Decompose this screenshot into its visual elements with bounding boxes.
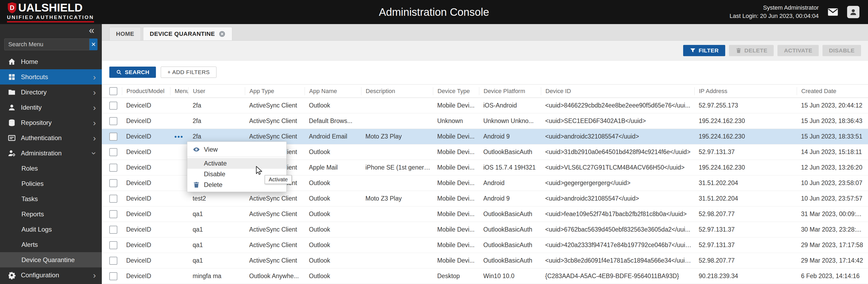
sidebar-item-roles[interactable]: Roles: [0, 161, 102, 176]
cell-product-model: DeviceID: [122, 102, 170, 109]
sidebar-item-identity[interactable]: Identity›: [0, 100, 102, 115]
select-all-checkbox[interactable]: [109, 87, 117, 95]
cell-app-name: Outlook: [305, 257, 361, 264]
column-header-ip-address[interactable]: IP Address: [694, 87, 797, 95]
user-avatar-icon[interactable]: [847, 6, 860, 18]
sidebar-item-tasks[interactable]: Tasks: [0, 191, 102, 207]
person-gear-icon: [7, 149, 16, 157]
sidebar-item-configuration[interactable]: Configuration›: [0, 268, 102, 283]
folder-icon: [7, 88, 16, 97]
chevron-right-icon: ›: [93, 118, 96, 127]
cell-device-platform: OutlookBasicAuth: [479, 257, 541, 264]
tab-device-quarantine[interactable]: DEVICE QUARANTINE: [143, 27, 232, 40]
table-row[interactable]: DeviceIDqa1ActiveSync ClientOutlookMobil…: [102, 207, 868, 222]
column-header-device-platform[interactable]: Device Platform: [479, 87, 541, 95]
column-header-device-type[interactable]: Device Type: [433, 87, 479, 95]
row-checkbox[interactable]: [109, 195, 117, 203]
mail-icon[interactable]: [827, 6, 839, 18]
icon-spacer: [191, 159, 201, 167]
sidebar-item-label: Device Quarantine: [22, 256, 75, 264]
table-row[interactable]: DeviceIDqa1ActiveSync ClientOutlookMobil…: [102, 238, 868, 253]
sidebar-item-device-quarantine[interactable]: Device Quarantine: [0, 252, 102, 268]
cell-created-date: 10 Jun 2023, 23:57:57: [797, 195, 868, 202]
cell-device-platform: OutlookBasicAuth: [479, 148, 541, 156]
sidebar-item-policies[interactable]: Policies: [0, 176, 102, 191]
row-checkbox[interactable]: [109, 226, 117, 234]
context-menu-label: View: [204, 146, 218, 153]
sidebar-item-authentication[interactable]: Authentication›: [0, 130, 102, 145]
filter-icon: [689, 47, 696, 54]
column-header-description[interactable]: Description: [361, 87, 433, 95]
cell-device-platform: iOS-Android: [479, 102, 541, 109]
cell-device-type: Unknown: [433, 117, 479, 125]
logged-in-user: System Administrator: [730, 4, 819, 12]
cell-user: qa1: [188, 210, 245, 218]
table-row[interactable]: DeviceIDtest2ActiveSync ClientOutlookMot…: [102, 191, 868, 207]
disable-button[interactable]: DISABLE: [823, 45, 861, 56]
search-clear-button[interactable]: ×: [90, 38, 97, 50]
filter-button[interactable]: FILTER: [683, 45, 725, 56]
cell-user: 2fa: [188, 102, 245, 109]
tab-close-icon[interactable]: [219, 31, 225, 37]
sidebar-item-label: Directory: [21, 88, 46, 96]
row-checkbox[interactable]: [109, 148, 117, 156]
column-header-device-id[interactable]: Device ID: [541, 87, 694, 95]
sidebar-item-audit-logs[interactable]: Audit Logs: [0, 222, 102, 237]
cell-device-id: <uuid>3cb8e2d6091f4e1781a5c1894a566e34</…: [541, 257, 694, 264]
column-header-product-model[interactable]: Product/Model: [122, 87, 170, 95]
row-checkbox[interactable]: [109, 164, 117, 172]
svg-text:D: D: [10, 4, 14, 11]
cell-ip-address: 52.98.207.77: [694, 257, 797, 264]
sidebar-item-alerts[interactable]: Alerts: [0, 237, 102, 252]
cell-app-type: ActiveSync Client: [245, 242, 305, 249]
sidebar-item-shortcuts[interactable]: Shortcuts›: [0, 69, 102, 84]
chevron-down-icon: ›: [90, 152, 99, 154]
cell-user: 2fa: [188, 133, 245, 140]
brand-logo: D UALSHIELD UNIFIED AUTHENTICATION: [7, 2, 94, 23]
sidebar-item-repository[interactable]: Repository›: [0, 115, 102, 130]
row-checkbox[interactable]: [109, 257, 117, 265]
table-row[interactable]: DeviceID2faActiveSync ClientOutlookMobil…: [102, 98, 868, 113]
context-menu-label: Disable: [204, 170, 225, 178]
column-header-user[interactable]: User: [188, 87, 245, 95]
cell-device-type: Mobile Devi...: [433, 179, 479, 187]
sidebar-search-input[interactable]: [4, 38, 90, 50]
row-checkbox[interactable]: [109, 179, 117, 187]
table-row[interactable]: DeviceIDmingfa maOutlook Anywhe...Outloo…: [102, 269, 868, 284]
sidebar-item-directory[interactable]: Directory›: [0, 84, 102, 100]
sidebar-item-reports[interactable]: Reports: [0, 207, 102, 222]
row-checkbox[interactable]: [109, 133, 117, 141]
sidebar-item-administration[interactable]: Administration›: [0, 145, 102, 161]
table-row[interactable]: DeviceIDqa1ActiveSync ClientOutlookMobil…: [102, 253, 868, 269]
sidebar-item-home[interactable]: Home: [0, 54, 102, 69]
context-menu-item-view[interactable]: View: [187, 143, 286, 156]
cell-device-type: Mobile Devi...: [433, 257, 479, 264]
tab-home[interactable]: HOME: [109, 27, 141, 40]
row-menu-button[interactable]: •••: [170, 133, 188, 140]
table-row[interactable]: DeviceID2faActiveSync ClientDefault Brow…: [102, 113, 868, 129]
cell-app-type: Outlook Anywhe...: [245, 273, 305, 280]
column-header-created-date[interactable]: Created Date: [797, 87, 868, 95]
cell-device-platform: Unknown Unkno...: [479, 117, 541, 125]
row-checkbox[interactable]: [109, 210, 117, 218]
row-checkbox[interactable]: [109, 241, 117, 249]
table-row[interactable]: DeviceIDqa1ActiveSync ClientOutlookMobil…: [102, 222, 868, 238]
cell-device-type: Mobile Devi...: [433, 195, 479, 202]
cell-device-id: <uuid>420a2333f947417e84b197792ce046b7</…: [541, 242, 694, 249]
cell-app-name: Outlook: [305, 102, 361, 109]
delete-button[interactable]: DELETE: [729, 45, 774, 56]
column-header-menu[interactable]: Menu: [170, 87, 188, 95]
cell-created-date: 29 Mar 2023, 17:17:58: [797, 242, 868, 249]
column-header-app-type[interactable]: App Type: [245, 87, 305, 95]
row-checkbox[interactable]: [109, 272, 117, 280]
add-filters-button[interactable]: + ADD FILTERS: [161, 67, 216, 78]
search-button[interactable]: SEARCH: [109, 67, 156, 78]
context-menu-item-activate[interactable]: Activate: [187, 158, 286, 169]
row-checkbox[interactable]: [109, 102, 117, 110]
column-header-app-name[interactable]: App Name: [305, 87, 361, 95]
cell-ip-address: 52.97.255.173: [694, 102, 797, 109]
cell-created-date: 29 Mar 2023, 17:14:42: [797, 257, 868, 264]
sidebar-collapse-icon[interactable]: «: [89, 26, 94, 35]
row-checkbox[interactable]: [109, 117, 117, 125]
activate-button[interactable]: ACTIVATE: [777, 45, 819, 56]
